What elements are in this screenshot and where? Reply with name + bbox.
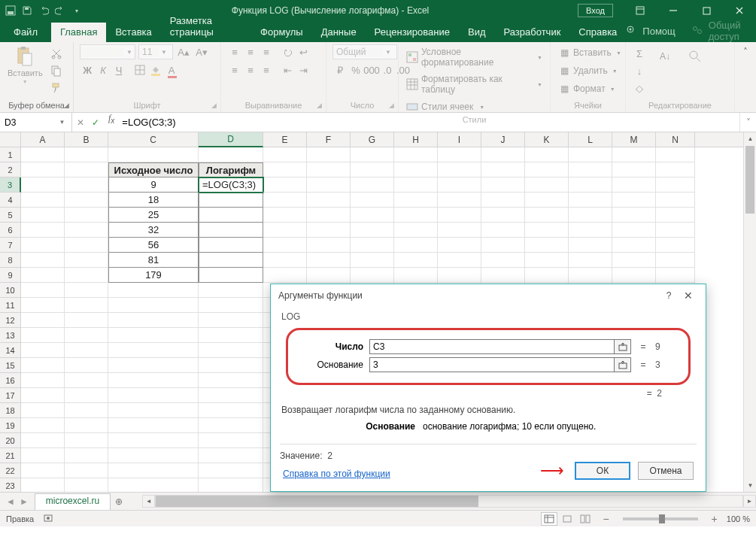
tab-data[interactable]: Данные [312,23,366,42]
row-header[interactable]: 16 [0,373,21,388]
font-color-icon[interactable]: A [164,62,179,77]
cell[interactable] [108,403,199,418]
view-page-layout-icon[interactable] [559,512,575,526]
cell[interactable] [199,358,263,373]
cell[interactable] [108,478,199,492]
cell[interactable] [21,223,65,238]
row-header[interactable]: 14 [0,343,21,358]
cell[interactable] [263,268,307,283]
autosum-icon[interactable]: Σ [632,46,647,61]
cell[interactable] [65,463,108,478]
cell[interactable] [438,208,481,223]
name-box[interactable]: ▼ [0,113,72,132]
cell[interactable] [263,147,307,162]
cell[interactable] [21,448,65,463]
row-header[interactable]: 12 [0,313,21,328]
col-header[interactable]: A [21,132,65,147]
col-header[interactable]: B [65,132,108,147]
cell[interactable] [21,208,65,223]
row-header[interactable]: 9 [0,268,21,283]
wrap-text-icon[interactable]: ↩ [296,44,311,59]
row-header[interactable]: 23 [0,478,21,492]
bold-button[interactable]: Ж [80,62,95,77]
view-page-break-icon[interactable] [577,512,594,526]
zoom-in-icon[interactable]: + [712,513,718,525]
cell[interactable] [525,177,569,193]
comma-icon[interactable]: 000 [364,62,379,77]
arg2-input[interactable] [369,357,615,372]
cell[interactable] [199,313,263,328]
cell[interactable]: Логарифм [199,162,263,177]
scrollbar-thumb[interactable] [745,146,754,214]
tab-file[interactable]: Файл [0,23,51,42]
cell[interactable] [199,418,263,433]
tellme-label[interactable]: Помощ [642,26,675,37]
cell[interactable] [65,448,108,463]
cell[interactable] [199,373,263,388]
shrink-font-icon[interactable]: A▾ [194,44,209,59]
align-left-icon[interactable]: ≡ [227,62,242,77]
cell[interactable] [569,208,612,223]
cell[interactable] [307,162,351,177]
cell[interactable] [65,283,108,298]
cell[interactable] [65,147,108,162]
percent-icon[interactable]: % [348,62,363,77]
cell[interactable] [656,193,695,208]
cell[interactable] [65,403,108,418]
row-header[interactable]: 5 [0,208,21,223]
cell[interactable] [21,463,65,478]
cell[interactable] [21,193,65,208]
row-header[interactable]: 1 [0,147,21,162]
tab-layout[interactable]: Разметка страницы [161,11,251,42]
align-center-icon[interactable]: ≡ [243,62,258,77]
clear-icon[interactable]: ◇ [632,80,647,96]
cell[interactable] [394,147,438,162]
view-normal-icon[interactable] [541,512,557,526]
horizontal-scrollbar[interactable] [155,495,743,508]
cell[interactable] [351,253,394,268]
cell[interactable] [199,388,263,403]
row-header[interactable]: 7 [0,238,21,253]
font-launcher[interactable]: ◢ [208,100,219,111]
cell[interactable] [307,208,351,223]
cell[interactable] [199,268,263,283]
cell[interactable] [199,433,263,448]
collapse-ribbon-icon[interactable]: ˄ [735,42,756,112]
cell[interactable] [21,298,65,313]
cell[interactable] [108,433,199,448]
cell[interactable] [21,418,65,433]
cell[interactable] [525,193,569,208]
cell[interactable] [199,328,263,343]
cell[interactable] [199,223,263,238]
cancel-formula-icon[interactable]: ✕ [77,117,84,128]
cell[interactable] [199,463,263,478]
row-header[interactable]: 4 [0,193,21,208]
cell[interactable] [108,448,199,463]
zoom-slider[interactable] [623,517,698,520]
row-header[interactable]: 2 [0,162,21,177]
cell[interactable] [108,147,199,162]
cell[interactable] [199,298,263,313]
cell[interactable] [481,253,525,268]
font-name-combo[interactable]: ▼ [80,44,135,59]
ribbon-options-icon[interactable] [624,0,657,21]
cell[interactable] [65,223,108,238]
range-picker-icon[interactable] [615,357,631,372]
cell[interactable] [65,298,108,313]
accept-formula-icon[interactable]: ✓ [92,117,99,128]
conditional-formatting-button[interactable]: Условное форматирование▼ [405,46,544,68]
minimize-button[interactable] [657,0,690,21]
cell[interactable] [438,268,481,283]
cell[interactable] [21,268,65,283]
chevron-down-icon[interactable]: ▼ [53,119,71,126]
cell[interactable] [525,268,569,283]
cell[interactable] [199,208,263,223]
cell[interactable] [21,373,65,388]
scroll-right-icon[interactable]: ► [743,495,756,508]
cell[interactable] [656,253,695,268]
cell[interactable] [351,162,394,177]
cell[interactable] [65,313,108,328]
tab-prev-icon[interactable]: ◄ [6,496,15,507]
cell[interactable] [65,388,108,403]
row-header[interactable]: 10 [0,283,21,298]
